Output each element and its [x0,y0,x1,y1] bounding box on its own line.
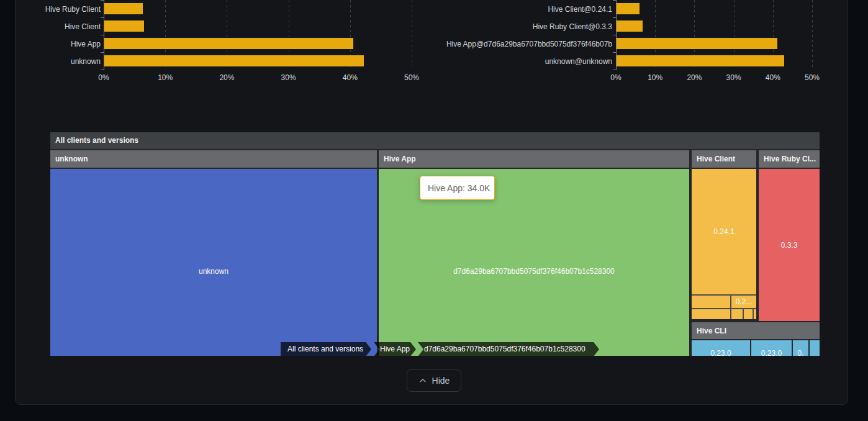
treemap-group-header-unknown[interactable]: unknown [50,150,377,168]
x-tick-label: 20% [679,73,710,82]
treemap-group-header-hive-ruby-cl-[interactable]: Hive Ruby Cl... [759,150,820,168]
treemap-group-header-hive-cli[interactable]: Hive CLI [692,322,820,339]
bar-hive-ruby-client-0-3-3[interactable] [617,20,643,32]
tooltip-text: Hive App: 34.0K [428,183,490,193]
treemap-tile-hive-cli-0-[interactable]: 0. [793,340,808,356]
treemap-tile-hive-client-6[interactable] [754,309,756,319]
x-tick-label: 40% [757,73,789,82]
treemap-tile-hive-cli-3[interactable] [810,340,820,356]
treemap-tile-hive-client-4[interactable] [731,309,743,319]
hide-button[interactable]: Hide [407,369,461,392]
treemap-group-header-hive-client[interactable]: Hive Client [692,150,756,168]
hide-button-label: Hide [432,376,450,386]
tooltip: Hive App: 34.0K [420,176,495,200]
breadcrumb-item-hive-app[interactable]: Hive App [374,342,416,356]
treemap-tile-hive-ruby-cl--0-3-3[interactable]: 0.3.3 [759,169,820,321]
treemap-tile-hive-client-1[interactable] [692,296,730,308]
category-label: Hive App@d7d6a29ba6707bbd5075df376f46b07… [385,37,612,51]
axis-tick [613,35,616,35]
axis-tick [613,17,616,18]
gridline [812,0,813,70]
category-label: Hive Ruby Client@0.3.3 [385,20,612,34]
treemap-tile-hive-cli-0-23-0[interactable]: 0.23.0 [751,340,792,356]
breadcrumb-item-version-hash[interactable]: d7d6a29ba6707bbd5075df376f46b07b1c528300 [418,342,599,356]
x-tick-label: 10% [640,73,671,82]
x-tick-label: 50% [797,73,828,82]
bar-hive-app-d7d6a29ba6707bbd5075df376f46b07b[interactable] [617,38,777,49]
axis-tick [613,52,616,53]
treemap-tile-unknown-unknown[interactable]: unknown [50,169,377,356]
category-label: Hive Client@0.24.1 [385,2,612,16]
treemap-group-header-hive-app[interactable]: Hive App [379,150,689,168]
treemap-tile-hive-client-5[interactable] [744,309,753,319]
x-tick-label: 0% [600,73,631,82]
chevron-up-icon [418,376,427,385]
x-tick-label: 30% [718,73,749,82]
bar-hive-client-0-24-1[interactable] [617,3,640,14]
treemap-tile-hive-client-0-24-1[interactable]: 0.24.1 [692,169,756,294]
treemap-tile-hive-cli-0-23-0[interactable]: 0.23.0 [692,340,750,356]
axis-tick [613,70,616,70]
breadcrumb-item-root[interactable]: All clients and versions [281,342,371,356]
treemap-title: All clients and versions [50,132,820,149]
treemap-tile-hive-client-3[interactable] [692,309,730,319]
treemap-tile-hive-client-0-2-[interactable]: 0.2... [731,296,756,308]
axis-tick [613,0,616,1]
category-label: unknown@unknown [385,55,612,68]
clients-versions-treemap: All clients and versions unknownunknownH… [50,132,820,356]
bar-unknown-unknown[interactable] [617,55,784,66]
